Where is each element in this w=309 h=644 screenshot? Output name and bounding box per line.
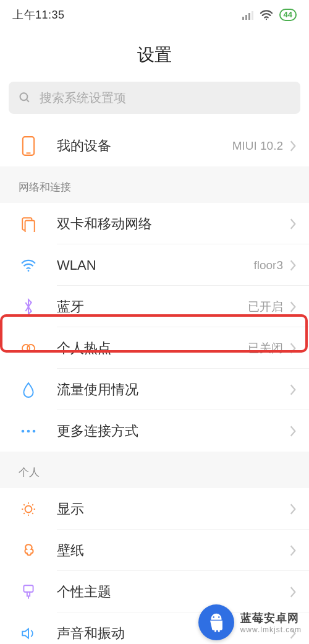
display-label: 显示 bbox=[43, 500, 289, 518]
svg-point-15 bbox=[213, 616, 214, 618]
search-container bbox=[0, 82, 309, 125]
chevron-right-icon bbox=[289, 384, 297, 396]
row-more-connections[interactable]: 更多连接方式 bbox=[0, 410, 309, 452]
theme-label: 个性主题 bbox=[43, 583, 289, 601]
svg-point-12 bbox=[33, 429, 36, 432]
my-device-value: MIUI 10.2 bbox=[232, 139, 283, 153]
sim-icon bbox=[20, 216, 36, 232]
watermark-title: 蓝莓安卓网 bbox=[240, 611, 302, 625]
my-device-label: 我的设备 bbox=[43, 137, 232, 155]
status-time: 上午11:35 bbox=[12, 7, 65, 22]
row-display[interactable]: 显示 bbox=[0, 488, 309, 530]
wifi-icon bbox=[260, 9, 273, 20]
hotspot-icon bbox=[20, 342, 37, 354]
svg-point-11 bbox=[27, 429, 30, 432]
row-wallpaper[interactable]: 壁纸 bbox=[0, 530, 309, 571]
sun-icon bbox=[20, 501, 36, 517]
chevron-right-icon bbox=[289, 218, 297, 230]
battery-indicator: 44 bbox=[279, 9, 297, 21]
svg-point-16 bbox=[218, 616, 220, 618]
data-usage-label: 流量使用情况 bbox=[43, 380, 289, 399]
search-input[interactable] bbox=[40, 91, 290, 105]
status-right: 44 bbox=[242, 9, 297, 21]
svg-point-1 bbox=[20, 93, 28, 100]
search-icon bbox=[19, 91, 31, 105]
wlan-value: floor3 bbox=[253, 259, 283, 272]
page-title: 设置 bbox=[0, 30, 309, 82]
more-connections-label: 更多连接方式 bbox=[43, 422, 289, 440]
chevron-right-icon bbox=[289, 301, 297, 313]
phone-icon bbox=[21, 136, 36, 156]
watermark: 蓝莓安卓网 www.lmkjst.com bbox=[198, 604, 302, 640]
droplet-icon bbox=[22, 382, 35, 398]
hotspot-value: 已关闭 bbox=[248, 340, 283, 356]
chevron-right-icon bbox=[289, 342, 297, 354]
row-wlan[interactable]: WLAN floor3 bbox=[0, 244, 309, 286]
chevron-right-icon bbox=[289, 586, 297, 598]
svg-rect-14 bbox=[23, 585, 33, 592]
search-box[interactable] bbox=[9, 82, 300, 114]
wallpaper-label: 壁纸 bbox=[43, 541, 289, 560]
row-bluetooth[interactable]: 蓝牙 已开启 bbox=[0, 286, 309, 327]
bluetooth-icon bbox=[22, 298, 35, 316]
sim-label: 双卡和移动网络 bbox=[43, 215, 289, 233]
watermark-url: www.lmkjst.com bbox=[240, 625, 302, 634]
svg-point-13 bbox=[25, 505, 32, 512]
bluetooth-value: 已开启 bbox=[248, 299, 283, 315]
svg-rect-6 bbox=[25, 220, 35, 231]
brush-icon bbox=[21, 584, 36, 600]
section-personal-title: 个人 bbox=[0, 452, 309, 488]
svg-line-2 bbox=[27, 100, 29, 102]
row-hotspot[interactable]: 个人热点 已关闭 bbox=[0, 327, 309, 369]
android-icon bbox=[198, 604, 234, 640]
speaker-icon bbox=[20, 626, 36, 641]
chevron-right-icon bbox=[289, 503, 297, 515]
chevron-right-icon bbox=[289, 425, 297, 437]
status-bar: 上午11:35 44 bbox=[0, 0, 309, 30]
signal-icon bbox=[242, 10, 253, 20]
section-network-title: 网络和连接 bbox=[0, 166, 309, 203]
row-my-device[interactable]: 我的设备 MIUI 10.2 bbox=[0, 125, 309, 166]
bluetooth-label: 蓝牙 bbox=[43, 298, 248, 316]
svg-point-0 bbox=[265, 19, 266, 20]
chevron-right-icon bbox=[289, 140, 297, 152]
chevron-right-icon bbox=[289, 259, 297, 272]
flower-icon bbox=[21, 543, 36, 559]
hotspot-label: 个人热点 bbox=[43, 339, 248, 358]
more-icon bbox=[20, 429, 36, 434]
svg-point-10 bbox=[22, 429, 25, 432]
svg-point-9 bbox=[27, 345, 35, 352]
row-sim[interactable]: 双卡和移动网络 bbox=[0, 203, 309, 244]
wlan-label: WLAN bbox=[43, 257, 253, 273]
row-data-usage[interactable]: 流量使用情况 bbox=[0, 369, 309, 410]
chevron-right-icon bbox=[289, 544, 297, 557]
wifi-icon bbox=[20, 259, 36, 272]
svg-point-7 bbox=[28, 270, 30, 272]
